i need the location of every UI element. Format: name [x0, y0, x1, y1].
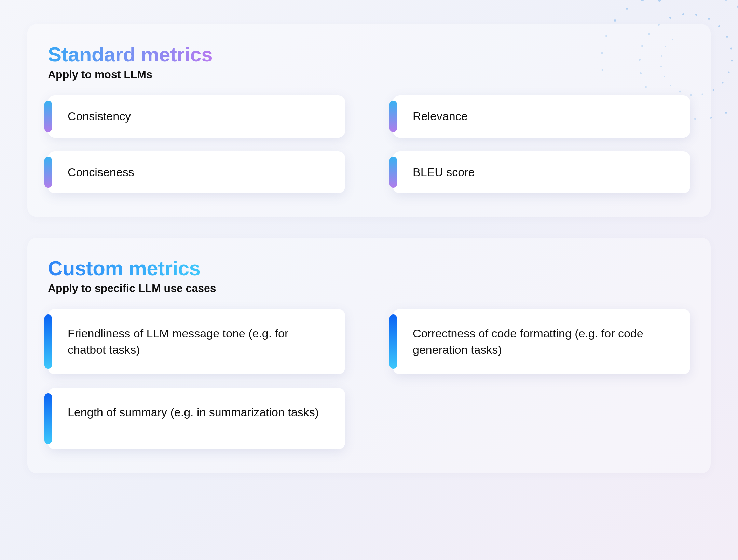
metric-label: Relevance	[413, 108, 468, 125]
card-accent	[390, 157, 397, 188]
cards-grid: Friendliness of LLM message tone (e.g. f…	[48, 309, 690, 449]
card-accent	[390, 314, 397, 369]
metric-label: Length of summary (e.g. in summarization…	[68, 404, 319, 421]
metric-card: Correctness of code formatting (e.g. for…	[393, 309, 690, 374]
metric-label: BLEU score	[413, 164, 475, 181]
card-accent	[44, 157, 52, 188]
section-title: Custom metrics	[48, 256, 200, 280]
section-custom-metrics: Custom metrics Apply to specific LLM use…	[27, 238, 711, 473]
metric-label: Correctness of code formatting (e.g. for…	[413, 325, 674, 358]
section-subtitle: Apply to most LLMs	[48, 68, 690, 81]
metric-card: Friendliness of LLM message tone (e.g. f…	[48, 309, 345, 374]
metric-label: Consistency	[68, 108, 131, 125]
card-accent	[390, 101, 397, 132]
page-container: Standard metrics Apply to most LLMs Cons…	[0, 0, 738, 501]
card-accent	[44, 393, 52, 444]
metric-card: BLEU score	[393, 151, 690, 194]
metric-card: Relevance	[393, 95, 690, 138]
section-standard-metrics: Standard metrics Apply to most LLMs Cons…	[27, 24, 711, 217]
card-accent	[44, 314, 52, 369]
metric-label: Conciseness	[68, 164, 134, 181]
metric-card: Conciseness	[48, 151, 345, 194]
metric-label: Friendliness of LLM message tone (e.g. f…	[68, 325, 329, 358]
metric-card: Length of summary (e.g. in summarization…	[48, 388, 345, 449]
card-accent	[44, 101, 52, 132]
section-subtitle: Apply to specific LLM use cases	[48, 282, 690, 295]
metric-card: Consistency	[48, 95, 345, 138]
section-title: Standard metrics	[48, 43, 213, 66]
cards-grid: Consistency Relevance Conciseness BLEU s…	[48, 95, 690, 193]
